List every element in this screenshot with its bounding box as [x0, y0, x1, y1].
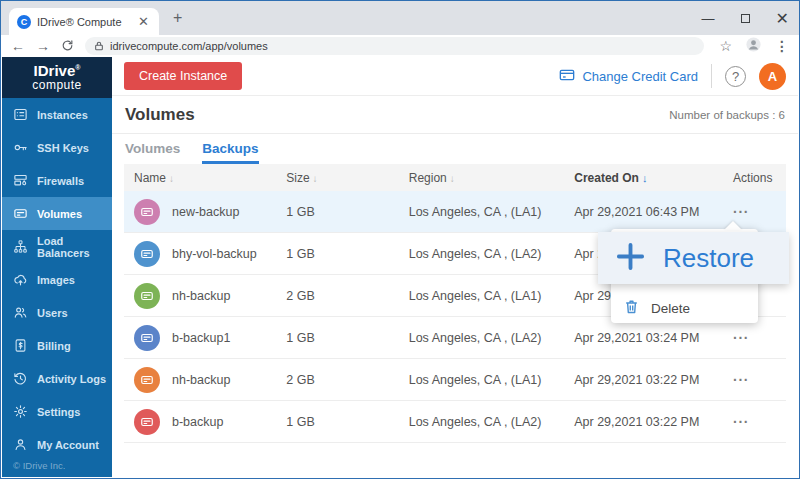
sidebar-item-label: Billing [37, 340, 71, 352]
forward-icon[interactable]: → [36, 39, 50, 53]
column-header-size[interactable]: Size↓ [276, 171, 398, 185]
credit-card-icon [559, 67, 575, 86]
bookmark-star-icon[interactable]: ☆ [719, 39, 732, 53]
sort-arrow-icon: ↓ [169, 173, 174, 184]
window-maximize-icon[interactable] [741, 14, 750, 23]
backup-volume-icon [134, 283, 160, 309]
tab-close-icon[interactable]: ✕ [136, 14, 151, 29]
sort-arrow-icon: ↓ [450, 173, 455, 184]
backup-size: 1 GB [276, 247, 398, 261]
browser-address-bar: ← → idrivecompute.com/app/volumes ☆ ⋮ [1, 35, 799, 57]
trash-icon [623, 298, 640, 319]
sort-arrow-icon: ↓ [642, 172, 648, 184]
delete-menu-item[interactable]: Delete [623, 298, 690, 319]
backup-region: Los Angeles, CA , (LA1) [399, 373, 565, 387]
backups-count: Number of backups : 6 [669, 109, 785, 121]
firewalls-icon [13, 173, 28, 188]
backup-volume-icon [134, 367, 160, 393]
backup-name: b-backup1 [172, 331, 230, 345]
images-icon [13, 272, 28, 287]
sidebar-item-label: Settings [37, 406, 80, 418]
backup-region: Los Angeles, CA , (LA1) [399, 205, 565, 219]
reload-icon[interactable] [61, 39, 74, 54]
url-text: idrivecompute.com/app/volumes [110, 40, 268, 52]
tab-volumes[interactable]: Volumes [125, 134, 180, 164]
column-header-actions: Actions [723, 171, 786, 185]
context-menu-arrow [724, 221, 742, 230]
favicon-icon: C [17, 15, 31, 29]
users-icon [13, 305, 28, 320]
row-actions-button[interactable]: ... [733, 200, 749, 216]
sidebar-item-volumes[interactable]: Volumes [2, 197, 112, 230]
sidebar-item-label: My Account [37, 439, 99, 451]
sort-arrow-icon: ↓ [313, 173, 318, 184]
profile-icon[interactable] [745, 36, 762, 57]
window-close-icon[interactable]: ✕ [776, 9, 789, 28]
page-header: Volumes Number of backups : 6 [112, 96, 798, 134]
sidebar-item-images[interactable]: Images [2, 263, 112, 296]
plus-icon [616, 242, 645, 275]
divider [711, 64, 712, 88]
billing-icon [13, 338, 28, 353]
backup-size: 1 GB [276, 331, 398, 345]
row-actions-button[interactable]: ... [733, 410, 749, 426]
instances-icon [13, 107, 28, 122]
sidebar-item-label: SSH Keys [37, 142, 89, 154]
backup-created-on: Apr 29,2021 03:22 PM [564, 373, 723, 387]
backup-volume-icon [134, 409, 160, 435]
backup-created-on: Apr 29,2021 03:22 PM [564, 415, 723, 429]
backup-region: Los Angeles, CA , (LA2) [399, 247, 565, 261]
window-minimize-icon[interactable]: — [702, 11, 715, 26]
column-header-name[interactable]: Name↓ [124, 171, 276, 185]
sidebar-item-settings[interactable]: Settings [2, 395, 112, 428]
settings-icon [13, 404, 28, 419]
backup-size: 2 GB [276, 373, 398, 387]
backup-name: nh-backup [172, 289, 230, 303]
sidebar-item-label: Users [37, 307, 68, 319]
sidebar-item-label: Activity Logs [37, 373, 106, 385]
tab-bar: VolumesBackups [112, 134, 798, 164]
lock-icon [94, 37, 104, 55]
browser-tab[interactable]: C IDrive® Compute ✕ [9, 8, 159, 35]
table-row: nh-backup2 GBLos Angeles, CA , (LA1)Apr … [124, 359, 786, 401]
sidebar-item-activity-logs[interactable]: Activity Logs [2, 362, 112, 395]
new-tab-button[interactable]: + [173, 9, 182, 27]
tab-backups[interactable]: Backups [202, 134, 258, 164]
activity-logs-icon [13, 371, 28, 386]
table-header-row: Name↓Size↓Region↓Created On↓Actions [124, 164, 786, 191]
row-actions-button[interactable]: ... [733, 368, 749, 384]
backup-size: 1 GB [276, 415, 398, 429]
create-instance-button[interactable]: Create Instance [124, 62, 242, 90]
column-header-created-on[interactable]: Created On↓ [564, 171, 723, 185]
backup-volume-icon [134, 199, 160, 225]
help-button[interactable]: ? [725, 66, 746, 87]
sidebar-item-users[interactable]: Users [2, 296, 112, 329]
table-row: new-backup1 GBLos Angeles, CA , (LA1)Apr… [124, 191, 786, 233]
browser-window: C IDrive® Compute ✕ + — ✕ ← → idrivecomp… [0, 0, 800, 479]
url-bar[interactable]: idrivecompute.com/app/volumes [85, 37, 704, 55]
sidebar-item-billing[interactable]: Billing [2, 329, 112, 362]
row-actions-button[interactable]: ... [733, 326, 749, 342]
sidebar-item-label: Instances [37, 109, 88, 121]
restore-menu-item[interactable]: Restore [598, 232, 789, 284]
account-avatar[interactable]: A [759, 63, 786, 90]
backup-region: Los Angeles, CA , (LA2) [399, 415, 565, 429]
browser-tab-strip: C IDrive® Compute ✕ + — ✕ [1, 1, 799, 35]
backup-region: Los Angeles, CA , (LA1) [399, 289, 565, 303]
sidebar-item-ssh-keys[interactable]: SSH Keys [2, 131, 112, 164]
backup-name: nh-backup [172, 373, 230, 387]
browser-menu-icon[interactable]: ⋮ [775, 39, 789, 53]
change-credit-card-button[interactable]: Change Credit Card [559, 67, 698, 86]
sidebar-item-instances[interactable]: Instances [2, 98, 112, 131]
sidebar-item-firewalls[interactable]: Firewalls [2, 164, 112, 197]
sidebar-item-my-account[interactable]: My Account [2, 428, 112, 461]
column-header-region[interactable]: Region↓ [399, 171, 565, 185]
sidebar-item-label: Volumes [37, 208, 82, 220]
backup-name: bhy-vol-backup [172, 247, 257, 261]
app-topbar: Create Instance Change Credit Card ? A [112, 57, 798, 96]
sidebar-item-load-balancers[interactable]: Load Balancers [2, 230, 112, 263]
sidebar-item-label: Images [37, 274, 75, 286]
sidebar: IDrive® compute InstancesSSH KeysFirewal… [2, 57, 112, 477]
backup-name: b-backup [172, 415, 223, 429]
back-icon[interactable]: ← [11, 39, 25, 53]
